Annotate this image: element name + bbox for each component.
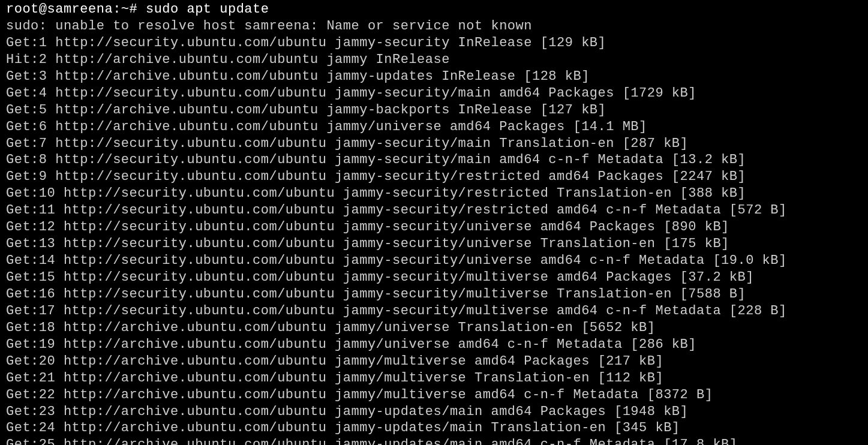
output-line: Get:20 http://archive.ubuntu.com/ubuntu … bbox=[6, 353, 862, 370]
output-line: Get:9 http://security.ubuntu.com/ubuntu … bbox=[6, 169, 862, 185]
output-line: Get:25 http://archive.ubuntu.com/ubuntu … bbox=[6, 437, 862, 445]
output-line: Get:14 http://security.ubuntu.com/ubuntu… bbox=[6, 252, 862, 269]
command-line: root@samreena:~# sudo apt update bbox=[6, 1, 862, 18]
output-line: Hit:2 http://archive.ubuntu.com/ubuntu j… bbox=[6, 52, 862, 68]
typed-command: sudo apt update bbox=[146, 2, 269, 17]
output-line: Get:6 http://archive.ubuntu.com/ubuntu j… bbox=[6, 119, 862, 136]
shell-prompt: root@samreena:~# bbox=[6, 2, 146, 17]
output-line: Get:8 http://security.ubuntu.com/ubuntu … bbox=[6, 152, 862, 169]
output-line: Get:23 http://archive.ubuntu.com/ubuntu … bbox=[6, 404, 862, 420]
output-line: Get:13 http://security.ubuntu.com/ubuntu… bbox=[6, 236, 862, 252]
output-line: Get:16 http://security.ubuntu.com/ubuntu… bbox=[6, 286, 862, 303]
output-line: Get:24 http://archive.ubuntu.com/ubuntu … bbox=[6, 420, 862, 437]
output-line: Get:10 http://security.ubuntu.com/ubuntu… bbox=[6, 185, 862, 202]
output-line: Get:21 http://archive.ubuntu.com/ubuntu … bbox=[6, 370, 862, 387]
output-line: Get:15 http://security.ubuntu.com/ubuntu… bbox=[6, 269, 862, 286]
output-line: Get:22 http://archive.ubuntu.com/ubuntu … bbox=[6, 387, 862, 404]
output-line: Get:7 http://security.ubuntu.com/ubuntu … bbox=[6, 136, 862, 152]
output-line: Get:5 http://archive.ubuntu.com/ubuntu j… bbox=[6, 102, 862, 119]
output-line: Get:19 http://archive.ubuntu.com/ubuntu … bbox=[6, 336, 862, 353]
terminal-output[interactable]: root@samreena:~# sudo apt update sudo: u… bbox=[6, 1, 862, 445]
output-line: sudo: unable to resolve host samreena: N… bbox=[6, 18, 862, 35]
output-line: Get:3 http://archive.ubuntu.com/ubuntu j… bbox=[6, 68, 862, 85]
output-line: Get:1 http://security.ubuntu.com/ubuntu … bbox=[6, 35, 862, 52]
output-line: Get:12 http://security.ubuntu.com/ubuntu… bbox=[6, 219, 862, 236]
output-line: Get:17 http://security.ubuntu.com/ubuntu… bbox=[6, 303, 862, 320]
output-line: Get:18 http://archive.ubuntu.com/ubuntu … bbox=[6, 320, 862, 336]
output-line: Get:4 http://security.ubuntu.com/ubuntu … bbox=[6, 85, 862, 102]
output-line: Get:11 http://security.ubuntu.com/ubuntu… bbox=[6, 202, 862, 219]
